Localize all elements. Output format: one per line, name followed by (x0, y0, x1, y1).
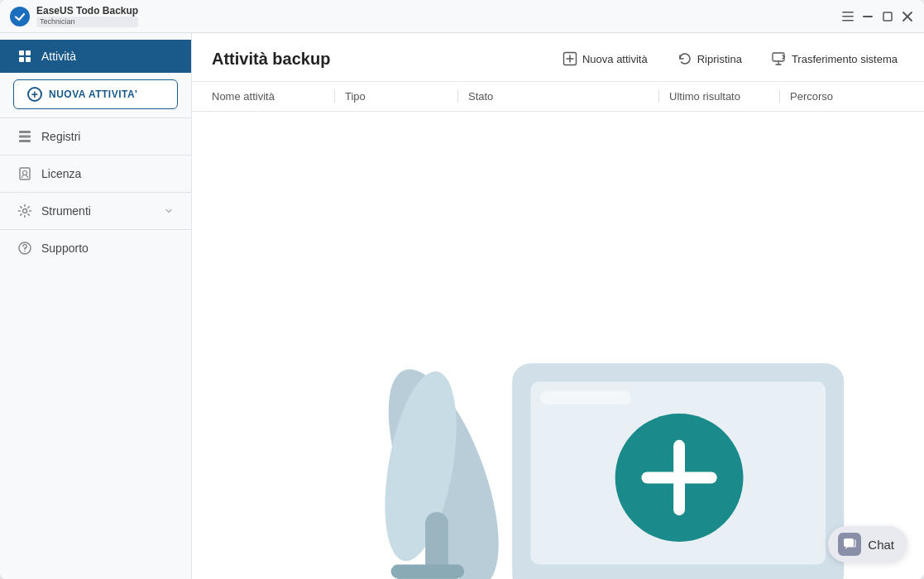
svg-rect-5 (883, 12, 892, 21)
svg-point-16 (23, 171, 27, 175)
svg-point-0 (10, 7, 30, 26)
trasferimento-button[interactable]: Trasferimento sistema (765, 48, 904, 69)
ripristina-button[interactable]: Ripristina (671, 48, 749, 69)
page-title: Attività backup (212, 50, 556, 69)
attivita-icon (17, 48, 33, 65)
nuova-attivita-label: Nuova attività (582, 53, 648, 65)
new-activity-plus-icon: + (27, 87, 42, 102)
app-window: EaseUS Todo Backup Technician (0, 0, 924, 579)
svg-rect-4 (863, 16, 873, 17)
app-badge: Technician (36, 17, 138, 28)
sidebar-divider-1 (0, 117, 191, 118)
ripristina-label: Ripristina (697, 53, 742, 65)
chat-label: Chat (868, 538, 894, 552)
svg-rect-10 (19, 57, 24, 62)
app-name: EaseUS Todo Backup (36, 5, 138, 17)
sidebar-item-strumenti[interactable]: Strumenti (0, 194, 191, 227)
sidebar: Attività + NUOVA ATTIVITA' Registri (0, 33, 192, 579)
svg-rect-11 (26, 57, 31, 62)
content-header: Attività backup Nuova attività (192, 33, 924, 82)
supporto-icon (17, 240, 33, 256)
svg-rect-29 (391, 565, 465, 579)
chat-button[interactable]: Chat (828, 526, 907, 562)
title-bar: EaseUS Todo Backup Technician (0, 0, 924, 33)
trasferimento-label: Trasferimento sistema (792, 53, 898, 65)
strumenti-chevron-icon (163, 205, 175, 217)
svg-rect-39 (844, 538, 854, 547)
empty-state (192, 112, 924, 579)
svg-rect-9 (26, 50, 31, 55)
sidebar-item-attivita[interactable]: Attività (0, 40, 191, 73)
nuova-attivita-icon (563, 51, 577, 66)
col-header-stato: Stato (458, 90, 658, 103)
svg-rect-14 (19, 140, 31, 142)
app-logo (10, 7, 30, 26)
svg-rect-3 (842, 20, 854, 22)
licenza-icon (17, 165, 33, 182)
sidebar-registri-label: Registri (41, 130, 80, 143)
svg-rect-23 (773, 53, 784, 61)
sidebar-item-supporto[interactable]: Supporto (0, 232, 191, 265)
col-header-ultimo: Ultimo risultato (659, 90, 779, 103)
sidebar-strumenti-label: Strumenti (41, 204, 91, 218)
sidebar-item-licenza[interactable]: Licenza (0, 157, 191, 190)
sidebar-divider-4 (0, 229, 191, 230)
table-header: Nome attività Tipo Stato Ultimo risultat… (192, 82, 924, 112)
empty-illustration (192, 112, 924, 579)
svg-rect-1 (842, 12, 854, 13)
sidebar-licenza-label: Licenza (41, 167, 81, 180)
sidebar-item-registri[interactable]: Registri (0, 120, 191, 153)
svg-rect-2 (842, 16, 854, 17)
sidebar-divider-3 (0, 192, 191, 193)
svg-rect-8 (19, 50, 24, 55)
nuova-attivita-button[interactable]: Nuova attività (556, 48, 654, 69)
ripristina-icon (677, 51, 692, 66)
trasferimento-icon (772, 51, 787, 66)
svg-rect-13 (19, 136, 31, 138)
minimize-button[interactable] (861, 10, 874, 23)
title-bar-controls (841, 10, 914, 23)
menu-button[interactable] (841, 10, 855, 23)
svg-rect-32 (539, 390, 631, 404)
chat-icon (838, 533, 861, 556)
svg-point-17 (23, 209, 27, 213)
close-button[interactable] (901, 10, 914, 23)
maximize-button[interactable] (881, 10, 894, 23)
content-actions: Nuova attività Ripristina (556, 48, 904, 69)
main-layout: Attività + NUOVA ATTIVITA' Registri (0, 33, 924, 579)
new-activity-label: NUOVA ATTIVITA' (49, 89, 137, 100)
svg-point-19 (24, 251, 26, 252)
sidebar-divider-2 (0, 155, 191, 156)
col-header-tipo: Tipo (335, 90, 457, 103)
title-bar-info: EaseUS Todo Backup Technician (36, 5, 138, 28)
svg-rect-12 (19, 131, 31, 133)
col-header-percorso: Percorso (780, 90, 904, 103)
new-activity-button[interactable]: + NUOVA ATTIVITA' (13, 79, 178, 109)
col-header-nome: Nome attività (212, 90, 334, 103)
content-area: Attività backup Nuova attività (192, 33, 924, 579)
sidebar-supporto-label: Supporto (41, 242, 89, 255)
svg-rect-15 (20, 168, 30, 179)
registri-icon (17, 128, 33, 145)
strumenti-icon (17, 203, 33, 219)
sidebar-attivita-label: Attività (41, 50, 76, 63)
